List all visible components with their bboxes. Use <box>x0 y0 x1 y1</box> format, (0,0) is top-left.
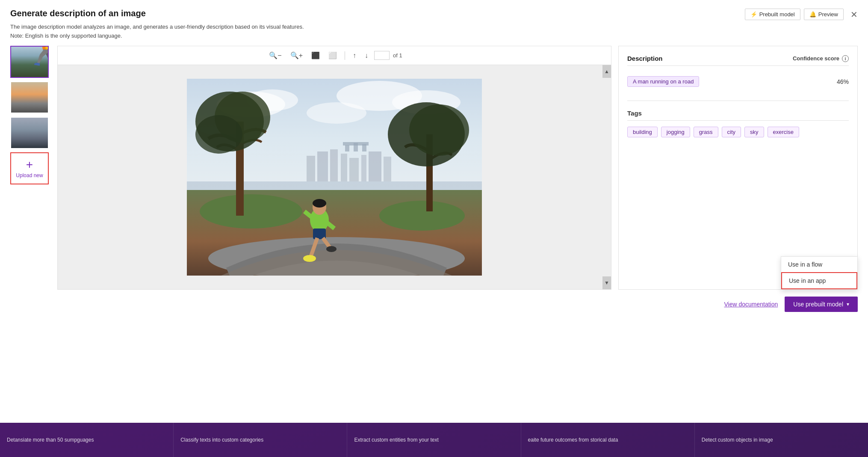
preview-button[interactable]: 🔔 Preview <box>804 9 844 20</box>
bolt-icon: ⚡ <box>750 11 757 18</box>
svg-rect-18 <box>343 142 369 145</box>
use-prebuilt-label: Use prebuilt model <box>793 301 843 308</box>
svg-point-40 <box>326 246 337 252</box>
fit-width-icon: ⬛ <box>311 51 320 59</box>
modal-container: Generate description of an image ⚡ Prebu… <box>0 0 868 457</box>
use-prebuilt-button[interactable]: Use prebuilt model ▾ <box>785 297 858 312</box>
tag-item: sky <box>744 127 764 137</box>
modal-description: The image description model analyzes an … <box>10 24 858 30</box>
thumbnail-item-3[interactable] <box>10 117 49 149</box>
svg-rect-10 <box>341 154 347 181</box>
svg-point-33 <box>313 199 326 208</box>
svg-rect-9 <box>330 149 338 181</box>
dropdown-menu: Use in a flow Use in an app <box>781 256 858 290</box>
thumbnail-sidebar: + Upload new <box>10 46 57 290</box>
modal-title: Generate description of an image <box>10 9 146 18</box>
zoom-out-button[interactable]: 🔍− <box>266 50 284 61</box>
tags-section: Tags buildingjogginggrasscityskyexercise <box>627 110 849 137</box>
bottom-card-text: eaite future outcomes from storical data <box>528 436 618 444</box>
next-page-button[interactable]: ↓ <box>362 50 371 61</box>
info-icon[interactable]: i <box>842 55 849 62</box>
svg-point-30 <box>409 104 469 156</box>
upload-new-button[interactable]: + Upload new <box>10 152 49 184</box>
description-tag: A man running on a road <box>627 76 699 87</box>
plus-icon: + <box>26 159 33 171</box>
image-viewer: 🔍− 🔍+ ⬛ ⬜ ↑ ↓ 1 of 1 <box>57 46 611 290</box>
toolbar-divider <box>345 51 345 60</box>
chevron-down-icon: ▾ <box>847 301 849 307</box>
bottom-card-text: Detansiate more than 50 sumpguages <box>7 436 94 444</box>
bottom-card: Extract custom entities from your text <box>347 423 521 457</box>
thumbnail-image-1 <box>11 47 48 77</box>
results-panel: Description Confidence score i A man run… <box>618 46 858 290</box>
confidence-label: Confidence score <box>793 55 839 62</box>
arrow-up-icon: ↑ <box>353 52 356 59</box>
tag-item: exercise <box>768 127 799 137</box>
tag-item: city <box>722 127 741 137</box>
viewer-content: ▲ ▼ <box>58 65 611 289</box>
thumbnail-image-2 <box>11 82 48 113</box>
svg-point-22 <box>200 194 302 228</box>
use-prebuilt-container: Use in a flow Use in an app Use prebuilt… <box>785 297 858 312</box>
prev-page-button[interactable]: ↑ <box>350 50 359 61</box>
svg-rect-15 <box>345 145 349 151</box>
close-button[interactable]: ✕ <box>850 10 858 19</box>
bottom-bar: Detansiate more than 50 sumpguagesClassi… <box>0 423 868 457</box>
page-number-input[interactable]: 1 <box>374 51 390 60</box>
svg-rect-7 <box>307 156 315 181</box>
page-total-label: of 1 <box>393 52 402 59</box>
tag-item: building <box>627 127 658 137</box>
prebuilt-model-button[interactable]: ⚡ Prebuilt model <box>745 9 800 20</box>
svg-rect-12 <box>361 155 366 181</box>
svg-point-23 <box>379 201 465 231</box>
viewer-toolbar: 🔍− 🔍+ ⬛ ⬜ ↑ ↓ 1 of 1 <box>58 46 611 65</box>
fit-page-button[interactable]: ⬜ <box>326 50 340 61</box>
zoom-in-icon: 🔍+ <box>290 51 303 59</box>
bottom-card: Detect custom objects in image <box>695 423 868 457</box>
confidence-value: 46% <box>837 78 849 85</box>
description-result: A man running on a road 46% <box>627 73 849 90</box>
tags-list: buildingjogginggrasscityskyexercise <box>627 127 849 137</box>
zoom-in-button[interactable]: 🔍+ <box>288 50 305 61</box>
svg-rect-14 <box>384 157 391 181</box>
modal-footer: View documentation Use in a flow Use in … <box>10 290 858 315</box>
fit-width-button[interactable]: ⬛ <box>309 50 322 61</box>
use-in-flow-button[interactable]: Use in a flow <box>781 257 857 272</box>
description-section: Description Confidence score i A man run… <box>627 55 849 90</box>
zoom-out-icon: 🔍− <box>269 51 281 59</box>
modal-title-area: Generate description of an image <box>10 9 146 18</box>
svg-point-4 <box>307 102 366 124</box>
scroll-down-button[interactable]: ▼ <box>602 276 611 289</box>
bottom-card-text: Detect custom objects in image <box>702 436 773 444</box>
view-documentation-button[interactable]: View documentation <box>724 301 778 308</box>
scroll-up-button[interactable]: ▲ <box>602 65 611 78</box>
tags-title: Tags <box>627 110 849 121</box>
preview-icon: 🔔 <box>809 11 816 18</box>
description-section-header: Description Confidence score i <box>627 55 849 66</box>
svg-rect-11 <box>349 158 359 181</box>
upload-new-label: Upload new <box>16 172 43 178</box>
description-section-title: Description <box>627 55 663 62</box>
thumbnail-item-1[interactable] <box>10 46 49 78</box>
modal-note: Note: English is the only supported lang… <box>10 33 858 39</box>
tag-item: grass <box>694 127 718 137</box>
main-image <box>187 79 482 276</box>
bottom-card-text: Classify texts into custom categories <box>180 436 263 444</box>
header-buttons-area: ⚡ Prebuilt model 🔔 Preview ✕ <box>745 9 858 20</box>
fit-page-icon: ⬜ <box>328 51 337 59</box>
modal-body: + Upload new 🔍− 🔍+ ⬛ ⬜ <box>10 46 858 290</box>
bottom-card: Detansiate more than 50 sumpguages <box>0 423 174 457</box>
bottom-card: Classify texts into custom categories <box>174 423 347 457</box>
arrow-down-icon: ↓ <box>365 52 368 59</box>
confidence-header: Confidence score i <box>793 55 849 62</box>
svg-rect-8 <box>317 151 328 181</box>
bottom-card-text: Extract custom entities from your text <box>354 436 438 444</box>
section-divider <box>627 101 849 101</box>
modal-header: Generate description of an image ⚡ Prebu… <box>10 9 858 20</box>
bottom-card: eaite future outcomes from storical data <box>521 423 695 457</box>
svg-point-39 <box>303 255 316 262</box>
use-in-app-button[interactable]: Use in an app <box>781 272 857 289</box>
svg-rect-13 <box>369 151 381 181</box>
thumbnail-item-2[interactable] <box>10 81 49 113</box>
tag-item: jogging <box>661 127 690 137</box>
